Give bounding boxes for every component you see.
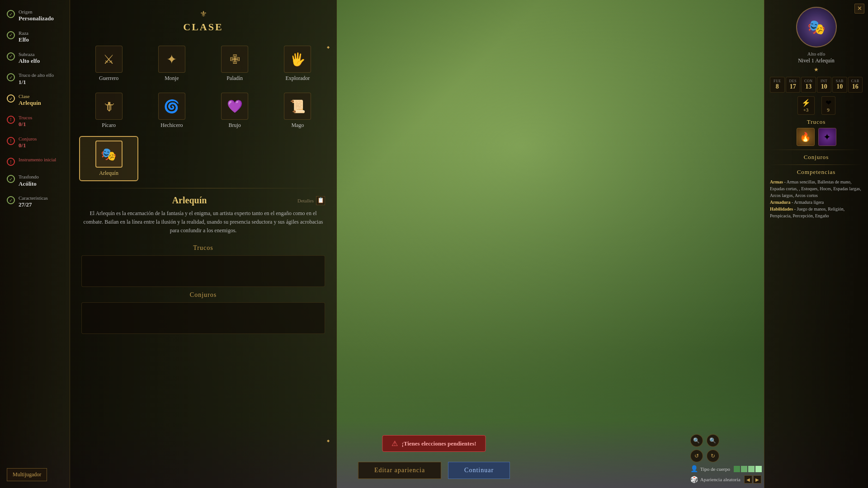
stat-value-con: 13 (805, 83, 811, 90)
class-item-picaro[interactable]: 🗡 Pícaro (79, 89, 138, 132)
zoom-out-button[interactable]: 🔍 (707, 434, 719, 447)
color-block-3[interactable] (748, 466, 755, 472)
class-item-mago[interactable]: 📜 Mago (268, 89, 327, 132)
armadura-label: Armadura (770, 200, 791, 205)
monje-icon: ✦ (158, 46, 185, 73)
stat-name-int: INT (821, 79, 827, 83)
class-item-monje[interactable]: ✦ Monje (142, 42, 201, 85)
check-icon-caracteristicas: ✓ (7, 196, 15, 204)
sidebar-item-clase[interactable]: ✓ Clase Arlequín (7, 94, 63, 107)
picaro-icon: 🗡 (95, 93, 123, 120)
left-sidebar: ✓ Origen Personalizado ✓ Raza Elfo ✓ Sub… (0, 0, 70, 488)
nav-label-conjuros: Conjuros (19, 136, 37, 142)
sidebar-item-subraza[interactable]: ✓ Subraza Alto elfo (7, 52, 63, 65)
random-next-button[interactable]: ▶ (753, 475, 761, 483)
bottom-buttons: Editar apariencia Continuar (358, 462, 510, 479)
scroll-bot-indicator: ◆ (327, 439, 330, 443)
stat-value-fue: 8 (776, 83, 779, 90)
stat-name-sab: SAB (836, 79, 844, 83)
trucos-title: Trucos (81, 244, 325, 252)
nav-value-truco: 1/1 (19, 79, 54, 86)
explorador-label: Explorador (285, 75, 310, 82)
mago-label: Mago (291, 122, 304, 129)
nav-value-trasfondo: Acólito (19, 180, 39, 188)
sidebar-item-caracteristicas[interactable]: ✓ Características 27/27 (7, 195, 63, 208)
bottom-notification: ⚠ ¡Tienes elecciones pendientes! (382, 435, 486, 452)
nav-value-raza: Elfo (19, 36, 29, 43)
rotate-left-button[interactable]: ↺ (690, 450, 703, 462)
stats-grid: FUE 8 DES 17 CON 13 INT 10 SAB 10 CAR 16 (770, 77, 863, 93)
nav-value-caracteristicas: 27/27 (19, 201, 48, 208)
class-item-hechicero[interactable]: 🌀 Hechicero (142, 89, 201, 132)
hechicero-icon: 🌀 (158, 93, 185, 120)
paladin-label: Paladín (226, 75, 243, 82)
class-grid: ⚔ Guerrero ✦ Monje ✙ Paladín 🖐 Explorado… (70, 38, 336, 186)
stat-value-car: 16 (852, 83, 859, 90)
class-item-guerrero[interactable]: ⚔ Guerrero (79, 42, 138, 85)
stat-value-des: 17 (790, 83, 796, 90)
nav-label-trasfondo: Trasfondo (19, 174, 39, 180)
trucos-box[interactable] (81, 255, 325, 287)
color-block-1[interactable] (734, 466, 740, 472)
sidebar-item-instrumento[interactable]: ! Instrumento inicial (7, 157, 63, 166)
character-portrait-container: 🎭 (770, 7, 863, 47)
stat-car: CAR 16 (848, 77, 863, 93)
check-icon-origen: ✓ (7, 10, 15, 18)
arlequin-icon: 🎭 (95, 141, 123, 168)
armas-value: - Armas sencillas, Ballestas de mano, Es… (770, 179, 861, 198)
sidebar-item-trucos[interactable]: ! Trucos 0/1 (7, 115, 63, 128)
nav-label-raza: Raza (19, 30, 29, 36)
nav-value-origen: Personalizado (19, 15, 54, 22)
armas-label: Armas (770, 179, 783, 184)
nav-label-truco: Truco de alto elfo (19, 72, 54, 78)
class-item-explorador[interactable]: 🖐 Explorador (268, 42, 327, 85)
warn-icon-trucos: ! (7, 116, 15, 124)
edit-appearance-button[interactable]: Editar apariencia (358, 462, 441, 479)
warn-icon-conjuros: ! (7, 137, 15, 145)
stat-fue: FUE 8 (770, 77, 785, 93)
truco-spell-1[interactable]: 🔥 (797, 128, 815, 146)
sidebar-item-truco[interactable]: ✓ Truco de alto elfo 1/1 (7, 72, 63, 85)
class-item-brujo[interactable]: 💜 Brujo (205, 89, 264, 132)
nav-label-subraza: Subraza (19, 52, 40, 57)
sidebar-item-conjuros[interactable]: ! Conjuros 0/1 (7, 136, 63, 149)
rotate-controls-row: ↺ ↻ (690, 450, 762, 462)
body-type-color-blocks (734, 466, 762, 472)
hp-action-row: ⚡ +3 ❤ 9 (770, 96, 863, 115)
sidebar-item-trasfondo[interactable]: ✓ Trasfondo Acólito (7, 174, 63, 187)
color-block-4[interactable] (755, 466, 762, 472)
right-divider-2 (770, 164, 863, 165)
class-item-paladin[interactable]: ✙ Paladín (205, 42, 264, 85)
guerrero-icon: ⚔ (95, 46, 123, 73)
close-button[interactable]: ✕ (854, 4, 864, 14)
character-race: Alto elfo (770, 51, 863, 56)
guerrero-label: Guerrero (99, 75, 118, 82)
body-type-label: Tipo de cuerpo (700, 466, 730, 472)
sidebar-item-raza[interactable]: ✓ Raza Elfo (7, 30, 63, 43)
copy-icon-button[interactable]: 📋 (316, 196, 325, 205)
multijugador-button[interactable]: Multijugador (7, 468, 47, 481)
portrait-mask-icon: 🎭 (807, 19, 826, 36)
random-prev-button[interactable]: ◀ (744, 475, 752, 483)
habilidades-label: Habilidades (770, 206, 793, 211)
truco-spell-2[interactable]: ✦ (818, 128, 836, 146)
class-item-arlequin[interactable]: 🎭 Arlequín (79, 136, 138, 181)
star-row: ★ (770, 66, 863, 73)
clase-title: Clase (70, 21, 336, 33)
details-row: Detalles 📋 (297, 196, 325, 205)
continue-button[interactable]: Continuar (448, 462, 510, 479)
sidebar-item-origen[interactable]: ✓ Origen Personalizado (7, 9, 63, 22)
action-points-box: ⚡ +3 (797, 96, 815, 115)
conjuros-box[interactable] (81, 302, 325, 334)
class-panel: Clase ◆ ⚔ Guerrero ✦ Monje ✙ Paladín 🖐 E… (70, 0, 337, 488)
rotate-right-button[interactable]: ↻ (707, 450, 719, 462)
competencias-text: Armas - Armas sencillas, Ballestas de ma… (770, 178, 863, 219)
zoom-in-button[interactable]: 🔍 (690, 434, 703, 447)
nav-value-clase: Arlequín (19, 99, 41, 107)
random-appearance-icon: 🎲 (690, 476, 698, 483)
color-block-2[interactable] (741, 466, 747, 472)
armadura-value: - Armadura ligera (792, 200, 824, 205)
nav-label-trucos: Trucos (19, 115, 32, 121)
nav-label-caracteristicas: Características (19, 195, 48, 201)
action-points-value: +3 (803, 107, 809, 113)
